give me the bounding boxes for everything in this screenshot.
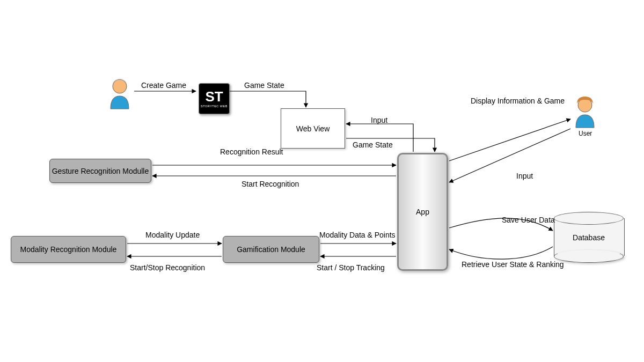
gesture-recognition-label: Gesture Recognition Modulle (52, 167, 149, 175)
author-avatar (106, 78, 133, 110)
storytec-logo-subtext: STORYTEC WEB (201, 105, 228, 108)
database-label: Database (554, 233, 624, 242)
storytec-logo-text: ST (205, 90, 223, 104)
edge-start-stop-recognition: Start/Stop Recognition (130, 263, 205, 272)
edge-game-state-2: Game State (353, 141, 393, 149)
edge-display-info-game: Display Information & Game (471, 97, 565, 105)
svg-point-0 (113, 79, 127, 93)
gamification-module: Gamification Module (223, 236, 319, 263)
edge-create-game: Create Game (141, 81, 186, 90)
diagram-canvas: ST STORYTEC WEB Web View Gesture Recogni… (0, 0, 644, 362)
gesture-recognition-module: Gesture Recognition Modulle (49, 159, 151, 183)
app-box: App (397, 153, 448, 271)
svg-line-9 (449, 119, 570, 161)
edge-input-webview: Input (371, 116, 387, 124)
app-label: App (416, 208, 429, 216)
edge-input-app: Input (516, 172, 533, 180)
edge-start-recognition: Start Recognition (241, 180, 299, 188)
storytec-logo: ST STORYTEC WEB (199, 83, 230, 114)
user-avatar (572, 97, 598, 129)
edge-retrieve-user-state: Retrieve User State & Ranking (462, 260, 564, 269)
edge-game-state-1: Game State (244, 81, 284, 90)
webview-box: Web View (281, 108, 345, 149)
webview-label: Web View (296, 124, 330, 133)
modality-recognition-label: Modality Recognition Module (20, 245, 117, 254)
database-icon: Database (554, 212, 624, 263)
edge-recognition-result: Recognition Result (220, 147, 283, 156)
user-label: User (579, 130, 592, 137)
edge-modality-update: Modality Update (145, 231, 200, 239)
edge-save-user-data: Save User Data (502, 216, 555, 224)
edge-modality-data-points: Modality Data & Points (319, 231, 396, 239)
modality-recognition-module: Modality Recognition Module (11, 236, 126, 263)
svg-line-10 (449, 129, 570, 182)
edge-start-stop-tracking: Start / Stop Tracking (317, 263, 385, 272)
gamification-label: Gamification Module (237, 245, 305, 254)
